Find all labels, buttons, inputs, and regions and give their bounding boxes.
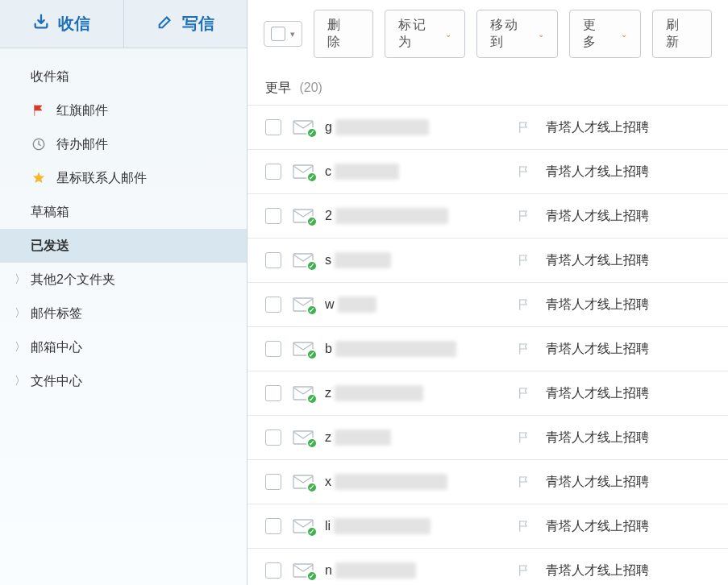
mail-row[interactable]: ✓ c 青塔人才线上招聘: [248, 149, 728, 193]
receive-label: 收信: [58, 13, 90, 35]
row-checkbox[interactable]: [265, 562, 281, 579]
mail-row[interactable]: ✓ w 青塔人才线上招聘: [248, 282, 728, 326]
row-checkbox[interactable]: [265, 252, 281, 268]
flag-column[interactable]: [514, 386, 535, 400]
mail-row[interactable]: ✓ li 青塔人才线上招聘: [248, 504, 728, 548]
folder-sent[interactable]: 已发送: [0, 229, 247, 263]
mail-row[interactable]: ✓ n 青塔人才线上招聘: [248, 548, 728, 585]
compose-icon: [156, 13, 174, 35]
sender-redacted: [334, 518, 431, 534]
envelope-icon: ✓: [293, 475, 314, 489]
subject: 青塔人才线上招聘: [546, 119, 717, 136]
sent-check-icon: ✓: [306, 570, 318, 582]
folder-inbox[interactable]: 收件箱: [0, 60, 247, 93]
envelope-icon: ✓: [293, 342, 314, 356]
sent-check-icon: ✓: [306, 305, 318, 316]
subject: 青塔人才线上招聘: [546, 562, 717, 579]
sender: z: [325, 385, 502, 401]
mail-row[interactable]: ✓ 2 青塔人才线上招聘: [248, 193, 728, 238]
row-checkbox[interactable]: [265, 474, 281, 490]
flag-column[interactable]: [514, 209, 535, 223]
subject: 青塔人才线上招聘: [546, 474, 717, 491]
subject: 青塔人才线上招聘: [546, 297, 717, 313]
compose-mail-button[interactable]: 写信: [124, 0, 248, 48]
chevron-down-icon: ⌄: [538, 30, 544, 39]
chevron-down-icon: ⌄: [621, 30, 627, 39]
folder-todo[interactable]: 待办邮件: [0, 127, 247, 161]
sent-check-icon: ✓: [306, 216, 318, 227]
sender-redacted: [335, 252, 391, 268]
row-checkbox[interactable]: [265, 385, 281, 401]
sender: g: [325, 119, 502, 135]
row-checkbox[interactable]: [265, 119, 281, 135]
chevron-down-icon: ▾: [290, 29, 295, 39]
mail-list: ✓ g 青塔人才线上招聘 ✓ c 青塔人才线上招聘: [248, 105, 728, 585]
folder-mailbox-center[interactable]: 〉 邮箱中心: [0, 330, 247, 364]
envelope-icon: ✓: [293, 164, 314, 179]
sender: n: [325, 562, 502, 579]
subject: 青塔人才线上招聘: [546, 518, 717, 535]
sidebar-top-actions: 收信 写信: [0, 0, 247, 48]
flag-column[interactable]: [514, 120, 535, 135]
sender-prefix: c: [325, 164, 331, 179]
sender-prefix: s: [325, 253, 331, 268]
move-to-button[interactable]: 移动到 ⌄: [476, 10, 557, 58]
folder-flagged[interactable]: 红旗邮件: [0, 93, 247, 127]
clock-icon: [31, 137, 47, 151]
sender: c: [325, 164, 502, 180]
compose-label: 写信: [182, 13, 214, 35]
sender-redacted: [335, 385, 423, 401]
group-count: (20): [299, 81, 322, 94]
sender-redacted: [335, 341, 456, 357]
refresh-button[interactable]: 刷 新: [652, 10, 712, 58]
mail-row[interactable]: ✓ b 青塔人才线上招聘: [248, 326, 728, 371]
row-checkbox[interactable]: [265, 297, 281, 313]
folder-file-center[interactable]: 〉 文件中心: [0, 364, 247, 398]
chevron-right-icon: 〉: [15, 306, 26, 321]
flag-column[interactable]: [514, 297, 535, 312]
subject: 青塔人才线上招聘: [546, 208, 717, 225]
sender-redacted: [335, 208, 448, 224]
mark-as-button[interactable]: 标记为 ⌄: [385, 10, 465, 58]
flag-column[interactable]: [514, 475, 535, 489]
row-checkbox[interactable]: [265, 518, 281, 534]
flag-column[interactable]: [514, 563, 535, 578]
sender: z: [325, 429, 502, 446]
mail-row[interactable]: ✓ s 青塔人才线上招聘: [248, 238, 728, 282]
more-button[interactable]: 更 多 ⌄: [569, 10, 641, 58]
flag-column[interactable]: [514, 430, 535, 445]
group-label: 更早: [265, 81, 291, 94]
sender: w: [325, 297, 502, 313]
folder-others[interactable]: 〉 其他2个文件夹: [0, 263, 247, 297]
receive-mail-button[interactable]: 收信: [0, 0, 124, 48]
row-checkbox[interactable]: [265, 208, 281, 224]
delete-button[interactable]: 删 除: [314, 10, 373, 58]
sender-redacted: [335, 119, 429, 135]
row-checkbox[interactable]: [265, 164, 281, 180]
folder-tags[interactable]: 〉 邮件标签: [0, 297, 247, 330]
row-checkbox[interactable]: [265, 341, 281, 357]
select-all-dropdown[interactable]: ▾: [264, 21, 302, 47]
folder-starred[interactable]: 星标联系人邮件: [0, 161, 247, 195]
flag-column[interactable]: [514, 519, 535, 533]
sender: li: [325, 518, 502, 534]
row-checkbox[interactable]: [265, 429, 281, 446]
mail-row[interactable]: ✓ x 青塔人才线上招聘: [248, 459, 728, 504]
main-panel: ▾ 删 除 标记为 ⌄ 移动到 ⌄ 更 多 ⌄ 刷 新 更早 (20): [248, 0, 728, 585]
mail-row[interactable]: ✓ g 青塔人才线上招聘: [248, 105, 728, 149]
flag-column[interactable]: [514, 164, 535, 179]
mail-row[interactable]: ✓ z 青塔人才线上招聘: [248, 371, 728, 415]
chevron-right-icon: 〉: [15, 340, 26, 355]
mail-row[interactable]: ✓ z 青塔人才线上招聘: [248, 415, 728, 459]
flag-column[interactable]: [514, 342, 535, 356]
sender-prefix: b: [325, 342, 332, 356]
select-all-checkbox[interactable]: [271, 27, 285, 41]
folder-list: 收件箱 红旗邮件 待办邮件 星标联系人邮件 草稿箱: [0, 48, 247, 398]
flag-icon: [31, 103, 47, 118]
envelope-icon: ✓: [293, 209, 314, 223]
folder-drafts[interactable]: 草稿箱: [0, 195, 247, 229]
flag-column[interactable]: [514, 253, 535, 268]
envelope-icon: ✓: [293, 120, 314, 135]
sender-prefix: g: [325, 120, 332, 135]
subject: 青塔人才线上招聘: [546, 341, 717, 358]
